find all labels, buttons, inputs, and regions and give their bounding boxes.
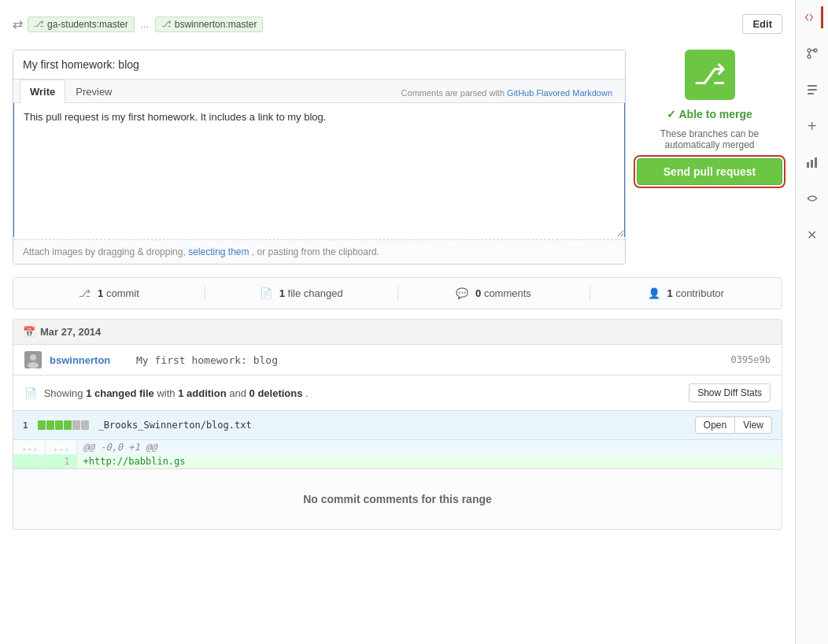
right-sidebar: + ✕: [795, 0, 828, 644]
file-number: 1: [23, 420, 28, 431]
diff-added-row: 1 +http://babblin.gs: [13, 454, 782, 468]
diff-added-line-num: [13, 454, 45, 468]
calendar-icon: 📅: [23, 326, 35, 338]
comment-icon: 💬: [456, 287, 468, 299]
tab-write[interactable]: Write: [20, 80, 65, 103]
svg-rect-8: [808, 85, 817, 87]
contributor-icon: 👤: [648, 287, 660, 299]
svg-rect-10: [808, 93, 814, 94]
svg-rect-12: [811, 160, 813, 168]
sidebar-icon-pr[interactable]: [801, 43, 823, 65]
diff-hunk-row: ... ... @@ -0,0 +1 @@: [13, 440, 782, 454]
view-file-button[interactable]: View: [735, 416, 772, 434]
pr-title-input[interactable]: [13, 50, 625, 80]
sidebar-icon-code[interactable]: [801, 6, 823, 28]
sidebar-icon-network[interactable]: [801, 187, 823, 209]
sidebar-icon-settings[interactable]: ✕: [801, 224, 823, 246]
pr-tabs: Write Preview Comments are parsed with G…: [13, 80, 625, 103]
sidebar-icon-files[interactable]: [801, 79, 823, 101]
edit-button[interactable]: Edit: [742, 14, 782, 34]
top-bar: ⇄ ⎇ ga-students:master ... ⎇ bswinnerton…: [13, 9, 782, 39]
pr-form-area: Write Preview Comments are parsed with G…: [13, 50, 782, 265]
sync-icon: ⇄: [13, 17, 23, 31]
svg-point-4: [808, 55, 811, 58]
merge-status: ✓ Able to merge: [667, 108, 752, 120]
open-file-button[interactable]: Open: [695, 416, 735, 434]
diff-table: ... ... @@ -0,0 +1 @@ 1 +http://babblin.…: [13, 440, 782, 468]
svg-rect-13: [815, 157, 817, 168]
diff-added-content: +http://babblin.gs: [76, 454, 782, 468]
diff-file-icon: 📄: [24, 387, 37, 399]
no-comments: No commit comments for this range: [13, 469, 782, 530]
commit-author[interactable]: bswinnerton: [50, 354, 128, 366]
stat-commits[interactable]: ⎇ 1 commit: [13, 286, 205, 301]
pr-form-right: ⎇ ✓ Able to merge These branches can be …: [637, 50, 782, 265]
branch-info: ⇄ ⎇ ga-students:master ... ⎇ bswinnerton…: [13, 17, 263, 32]
file-actions: Open View: [695, 416, 772, 434]
file-path: 1 _Brooks_Swinnerton/blog.txt: [23, 420, 252, 431]
file-icon: 📄: [260, 287, 272, 299]
diff-stats-row: 📄 Showing 1 changed file with 1 addition…: [13, 376, 782, 411]
markdown-note: Comments are parsed with GitHub Flavored…: [395, 83, 619, 102]
file-diff-header: 1 _Brooks_Swinnerton/blog.txt Open View: [13, 411, 782, 440]
send-pr-button[interactable]: Send pull request: [637, 158, 782, 185]
commit-message: My first homework: blog: [136, 354, 723, 366]
diff-hunk-content: @@ -0,0 +1 @@: [76, 440, 782, 454]
diff-line-num-empty-1: ...: [13, 440, 45, 454]
diff-added-line-num-1: 1: [45, 454, 76, 468]
git-icon-from: ⎇: [34, 19, 44, 29]
from-branch[interactable]: ⎇ ga-students:master: [28, 17, 135, 32]
svg-point-3: [808, 49, 811, 52]
show-diff-stats-button[interactable]: Show Diff Stats: [689, 383, 771, 402]
merge-icon-box: ⎇: [685, 50, 735, 100]
tab-preview[interactable]: Preview: [65, 80, 122, 103]
svg-rect-9: [808, 89, 817, 91]
to-branch[interactable]: ⎇ bswinnerton:master: [155, 17, 264, 32]
date-row: 📅 Mar 27, 2014: [13, 319, 782, 345]
sidebar-icon-stats[interactable]: [801, 151, 823, 173]
avatar: [24, 351, 42, 368]
merge-icon: ⎇: [693, 58, 726, 91]
merge-description: These branches can be automatically merg…: [637, 128, 782, 150]
diff-stats-text: 📄 Showing 1 changed file with 1 addition…: [24, 387, 309, 399]
stats-bar: ⎇ 1 commit 📄 1 file changed 💬 0 comments…: [13, 277, 782, 309]
sidebar-icon-plus[interactable]: +: [801, 115, 823, 137]
stat-contributors[interactable]: 👤 1 contributor: [590, 286, 782, 301]
commit-icon: ⎇: [79, 287, 91, 299]
color-blocks: [38, 420, 89, 430]
stat-comments[interactable]: 💬 0 comments: [398, 286, 590, 301]
svg-rect-11: [807, 162, 809, 168]
diff-line-num-empty-2: ...: [45, 440, 76, 454]
svg-point-1: [30, 354, 36, 361]
attach-link[interactable]: selecting them: [188, 246, 249, 257]
stat-files[interactable]: 📄 1 file changed: [205, 286, 397, 301]
git-icon-to: ⎇: [161, 19, 172, 29]
commit-sha[interactable]: 0395e9b: [730, 354, 771, 365]
attach-note: Attach images by dragging & dropping, se…: [13, 239, 625, 264]
markdown-link[interactable]: GitHub Flavored Markdown: [507, 88, 612, 98]
branch-separator: ...: [141, 19, 149, 30]
pr-form-left: Write Preview Comments are parsed with G…: [13, 50, 626, 265]
commit-row: bswinnerton My first homework: blog 0395…: [13, 345, 782, 376]
pr-body-textarea[interactable]: [13, 103, 625, 237]
svg-point-2: [28, 362, 39, 368]
file-diff: 1 _Brooks_Swinnerton/blog.txt Open View: [13, 411, 782, 469]
